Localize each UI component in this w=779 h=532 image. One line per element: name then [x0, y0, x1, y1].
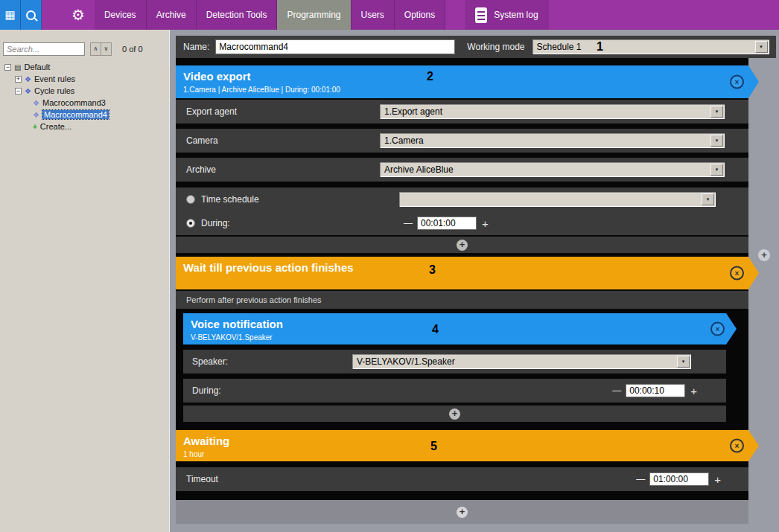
chevron-down-icon[interactable]: ▼ — [702, 193, 714, 205]
search-prev-button[interactable]: ∧ — [90, 42, 101, 56]
annotation-3: 3 — [429, 263, 436, 277]
close-icon[interactable]: × — [730, 266, 744, 281]
search-tile-button[interactable] — [21, 0, 42, 30]
chevron-down-icon[interactable]: ▼ — [755, 41, 768, 53]
quick-launch-tiles: ▦ — [0, 0, 42, 30]
system-log-button[interactable]: System log — [465, 0, 548, 30]
speaker-dropdown[interactable]: V-BELYAKOV/1.Speaker ▼ — [352, 354, 691, 369]
search-nav-buttons: ∧ ∨ — [90, 42, 112, 56]
video-export-add-row: + — [176, 237, 748, 253]
schedule-or-duration-group: Time schedule ▼ During: — + — [176, 188, 748, 235]
time-schedule-row: Time schedule ▼ — [176, 188, 748, 211]
tree-search-bar: ∧ ∨ 0 of 0 — [3, 42, 143, 56]
wait-block-header: Wait till previous action finishes × — [176, 257, 759, 289]
chevron-down-icon[interactable]: ▼ — [710, 164, 723, 176]
camera-dropdown[interactable]: 1.Camera ▼ — [380, 133, 725, 148]
collapse-expander-icon[interactable]: − — [4, 64, 11, 71]
add-action-button[interactable]: + — [457, 240, 468, 251]
settings-gear-icon[interactable]: ⚙ — [71, 7, 85, 22]
system-log-icon — [475, 7, 487, 23]
time-schedule-dropdown[interactable]: ▼ — [399, 192, 716, 207]
archive-row: Archive Archive AliceBlue ▼ — [176, 158, 748, 182]
video-export-header: Video export 1.Camera | Archive AliceBlu… — [176, 65, 759, 98]
tree-label-macrocommand4: Macrocommand4 — [42, 110, 109, 119]
tab-programming[interactable]: Programming — [277, 0, 351, 30]
tab-archive[interactable]: Archive — [147, 0, 197, 30]
chevron-down-icon[interactable]: ▼ — [710, 106, 723, 118]
camera-row: Camera 1.Camera ▼ — [176, 129, 748, 153]
search-input[interactable] — [3, 42, 85, 56]
timeout-row: Timeout — + — [176, 467, 748, 491]
tree-node-cycle-rules[interactable]: − ❖ Cycle rules — [0, 85, 170, 97]
collapse-expander-icon[interactable]: − — [15, 88, 22, 94]
export-agent-label: Export agent — [176, 106, 380, 117]
during-label: During: — [201, 218, 399, 228]
export-agent-dropdown[interactable]: 1.Export agent ▼ — [380, 104, 725, 119]
macro-editor-panel: Name: Working mode Schedule 1 ▼ Video ex… — [170, 30, 779, 532]
increment-icon[interactable]: + — [482, 217, 489, 230]
close-icon[interactable]: × — [730, 75, 744, 89]
tab-users[interactable]: Users — [352, 0, 395, 30]
annotation-5: 5 — [430, 440, 437, 453]
system-log-label: System log — [494, 10, 538, 20]
camera-label: Camera — [176, 135, 380, 146]
voice-during-row: During: — + — [183, 379, 726, 403]
wait-block-title: Wait till previous action finishes — [176, 257, 759, 274]
tab-options[interactable]: Options — [395, 0, 445, 30]
search-match-counter: 0 of 0 — [122, 45, 143, 54]
add-action-button[interactable]: + — [449, 408, 460, 420]
archive-value: Archive AliceBlue — [380, 164, 710, 175]
wait-note-label: Perform after previous action finishes — [186, 295, 322, 304]
annotation-4: 4 — [432, 323, 439, 336]
tree-node-macrocommand4-selected[interactable]: ❖ Macrocommand4 — [0, 109, 170, 121]
awaiting-title: Awaiting — [176, 430, 759, 447]
decrement-icon[interactable]: — — [636, 474, 645, 484]
timeout-label: Timeout — [176, 474, 218, 484]
search-next-button[interactable]: ∨ — [101, 42, 112, 56]
add-action-button[interactable]: + — [457, 507, 468, 518]
macro-name-input[interactable] — [215, 39, 455, 54]
expand-expander-icon[interactable]: + — [15, 76, 22, 83]
tree-node-event-rules[interactable]: + ❖ Event rules — [0, 73, 170, 85]
tree-label-cycle-rules: Cycle rules — [34, 86, 74, 95]
folder-default-icon: ▤ — [14, 63, 21, 71]
during-time-input[interactable] — [417, 217, 477, 230]
insert-action-side-button[interactable]: + — [758, 249, 770, 261]
apps-grid-button[interactable]: ▦ — [0, 0, 21, 30]
event-rules-icon: ❖ — [25, 75, 31, 83]
name-label: Name: — [183, 42, 209, 52]
tree-node-default[interactable]: − ▤ Default — [0, 61, 170, 73]
speaker-value: V-BELYAKOV/1.Speaker — [352, 356, 677, 367]
decrement-icon[interactable]: — — [612, 385, 621, 396]
working-mode-dropdown[interactable]: Schedule 1 ▼ — [532, 39, 769, 54]
tree-node-create[interactable]: + Create... — [0, 121, 170, 132]
timeout-time-input[interactable] — [649, 472, 709, 486]
tree-label-event-rules: Event rules — [34, 74, 75, 83]
tree-node-macrocommand3[interactable]: ❖ Macrocommand3 — [0, 97, 170, 109]
chevron-down-icon[interactable]: ▼ — [710, 135, 723, 147]
decrement-icon[interactable]: — — [404, 218, 413, 228]
annotation-1: 1 — [597, 40, 603, 54]
voice-notification-subtitle: V-BELYAKOV/1.Speaker — [183, 330, 737, 342]
during-radio[interactable] — [186, 219, 195, 228]
archive-dropdown[interactable]: Archive AliceBlue ▼ — [380, 162, 725, 177]
increment-icon[interactable]: + — [714, 473, 721, 486]
time-schedule-radio[interactable] — [186, 195, 195, 204]
speaker-label: Speaker: — [183, 356, 352, 367]
voice-during-time-input[interactable] — [626, 384, 685, 397]
top-toolbar: ▦ ⚙ Devices Archive Detection Tools Prog… — [0, 0, 779, 30]
rules-tree: − ▤ Default + ❖ Event rules − ❖ Cycle ru… — [0, 61, 170, 132]
close-icon[interactable]: × — [730, 439, 744, 453]
magnifier-icon — [26, 10, 36, 20]
awaiting-subtitle: 1 hour — [176, 447, 759, 458]
chevron-down-icon[interactable]: ▼ — [677, 356, 690, 368]
video-export-title: Video export — [176, 65, 759, 83]
wait-note-row: Perform after previous action finishes — [176, 291, 748, 309]
macro-add-bar: + — [176, 500, 748, 524]
increment-icon[interactable]: + — [690, 385, 697, 397]
export-agent-value: 1.Export agent — [380, 106, 710, 117]
close-icon[interactable]: × — [710, 322, 725, 336]
export-agent-row: Export agent 1.Export agent ▼ — [176, 100, 748, 124]
tab-detection-tools[interactable]: Detection Tools — [197, 0, 278, 30]
tab-devices[interactable]: Devices — [95, 0, 147, 30]
